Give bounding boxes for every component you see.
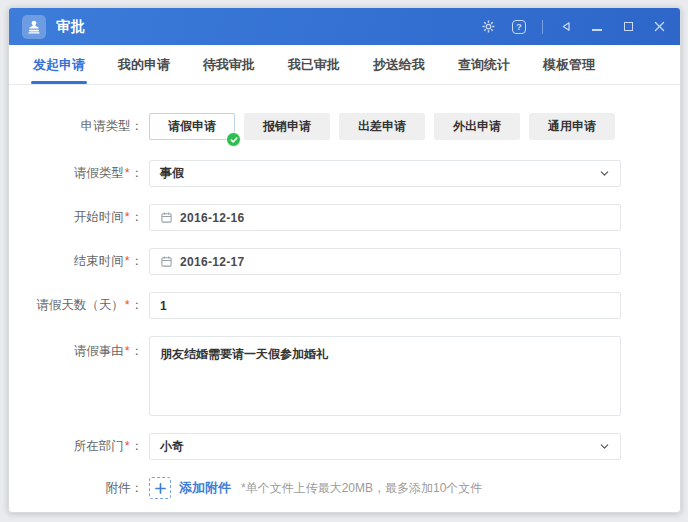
start-date-row: 开始时间*： 2016-12-16 bbox=[9, 204, 680, 231]
dock-left-arrow-icon[interactable] bbox=[558, 19, 574, 35]
attachment-row: 附件： 添加附件 *单个文件上传最大20MB，最多添加10个文件 bbox=[9, 477, 680, 499]
titlebar: 审批 ? bbox=[9, 8, 680, 45]
leave-type-row: 请假类型*： 事假 bbox=[9, 160, 680, 187]
leave-type-label: 请假类型*： bbox=[9, 165, 149, 182]
app-window: 审批 ? 发起申请 我的申请 待我审批 我已审批 抄送给我 查询统计 模板管理 bbox=[8, 7, 681, 513]
leave-days-label: 请假天数（天）*： bbox=[9, 297, 149, 314]
tab-create-request[interactable]: 发起申请 bbox=[33, 45, 85, 84]
department-label: 所在部门*： bbox=[9, 438, 149, 455]
type-button-business-trip[interactable]: 出差申请 bbox=[339, 113, 425, 140]
calendar-icon bbox=[160, 211, 173, 224]
type-button-going-out[interactable]: 外出申请 bbox=[434, 113, 520, 140]
close-button[interactable] bbox=[651, 19, 667, 35]
department-row: 所在部门*： 小奇 bbox=[9, 433, 680, 460]
plus-icon bbox=[155, 483, 166, 494]
type-button-leave[interactable]: 请假申请 bbox=[149, 113, 235, 140]
tab-query-stats[interactable]: 查询统计 bbox=[458, 45, 510, 84]
end-date-row: 结束时间*： 2016-12-17 bbox=[9, 248, 680, 275]
type-button-expense[interactable]: 报销申请 bbox=[244, 113, 330, 140]
app-title: 审批 bbox=[56, 18, 86, 36]
tab-my-requests[interactable]: 我的申请 bbox=[118, 45, 170, 84]
attachment-label: 附件： bbox=[9, 480, 149, 497]
attachment-note: *单个文件上传最大20MB，最多添加10个文件 bbox=[241, 480, 482, 497]
department-select[interactable]: 小奇 bbox=[149, 433, 621, 460]
request-form: 申请类型： 请假申请 报销申请 出差申请 外出申请 通用申请 请假类型*： 事假 bbox=[9, 85, 680, 499]
request-type-row: 申请类型： 请假申请 报销申请 出差申请 外出申请 通用申请 bbox=[9, 113, 680, 140]
settings-gear-icon[interactable] bbox=[480, 19, 496, 35]
chevron-down-icon bbox=[599, 441, 610, 452]
tab-pending-approval[interactable]: 待我审批 bbox=[203, 45, 255, 84]
leave-type-select[interactable]: 事假 bbox=[149, 160, 621, 187]
request-type-label: 申请类型： bbox=[9, 118, 149, 135]
leave-days-input[interactable]: 1 bbox=[149, 292, 621, 319]
add-attachment-link[interactable]: 添加附件 bbox=[179, 479, 231, 497]
add-attachment-button[interactable] bbox=[149, 477, 171, 499]
minimize-button[interactable] bbox=[589, 19, 605, 35]
leave-reason-row: 请假事由*： 朋友结婚需要请一天假参加婚礼 bbox=[9, 336, 680, 416]
tab-cc-to-me[interactable]: 抄送给我 bbox=[373, 45, 425, 84]
start-date-label: 开始时间*： bbox=[9, 209, 149, 226]
stamp-app-icon bbox=[22, 15, 46, 39]
selected-check-icon bbox=[226, 132, 241, 147]
leave-reason-label: 请假事由*： bbox=[9, 336, 149, 360]
maximize-button[interactable] bbox=[620, 19, 636, 35]
type-button-general[interactable]: 通用申请 bbox=[529, 113, 615, 140]
chevron-down-icon bbox=[599, 168, 610, 179]
leave-days-row: 请假天数（天）*： 1 bbox=[9, 292, 680, 319]
calendar-icon bbox=[160, 255, 173, 268]
tab-approved-by-me[interactable]: 我已审批 bbox=[288, 45, 340, 84]
stamp-icon bbox=[26, 19, 42, 35]
tab-template-manage[interactable]: 模板管理 bbox=[543, 45, 595, 84]
end-date-label: 结束时间*： bbox=[9, 253, 149, 270]
tab-bar: 发起申请 我的申请 待我审批 我已审批 抄送给我 查询统计 模板管理 bbox=[9, 45, 680, 85]
end-date-input[interactable]: 2016-12-17 bbox=[149, 248, 621, 275]
leave-reason-textarea[interactable]: 朋友结婚需要请一天假参加婚礼 bbox=[149, 336, 621, 416]
help-icon[interactable]: ? bbox=[511, 19, 527, 35]
start-date-input[interactable]: 2016-12-16 bbox=[149, 204, 621, 231]
titlebar-divider bbox=[542, 20, 543, 34]
